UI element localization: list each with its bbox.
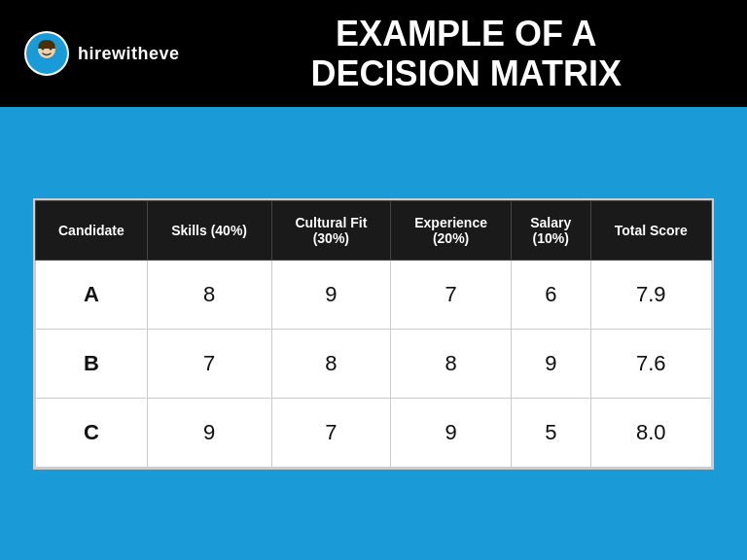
col-header-cultural-fit: Cultural Fit(30%) [271,200,391,260]
cell-total_score: 8.0 [590,398,711,467]
cell-candidate: C [36,398,148,467]
col-header-total-score: Total Score [590,200,711,260]
cell-total_score: 7.6 [590,329,711,398]
content-area: Candidate Skills (40%) Cultural Fit(30%)… [0,107,747,560]
title-line2: DECISION MATRIX [209,53,724,93]
logo-text-bold: eve [149,44,180,63]
cell-salary: 6 [512,260,591,329]
svg-point-3 [50,48,53,51]
cell-salary: 5 [512,398,591,467]
col-header-skills: Skills (40%) [147,200,271,260]
logo-text-normal: hirewith [78,44,149,63]
matrix-table: Candidate Skills (40%) Cultural Fit(30%)… [35,200,712,468]
cell-candidate: B [36,329,148,398]
logo-icon [23,30,70,77]
header: hirewitheve EXAMPLE OF A DECISION MATRIX [0,0,747,107]
title-line1: EXAMPLE OF A [209,14,724,53]
table-row: C97958.0 [36,398,712,467]
cell-experience: 9 [391,398,512,467]
table-header-row: Candidate Skills (40%) Cultural Fit(30%)… [36,200,712,260]
cell-skills: 8 [147,260,271,329]
cell-candidate: A [36,260,148,329]
cell-cultural_fit: 9 [271,260,391,329]
cell-cultural_fit: 8 [271,329,391,398]
cell-experience: 8 [391,329,512,398]
main-title: EXAMPLE OF A DECISION MATRIX [209,14,724,94]
svg-point-2 [42,48,45,51]
cell-skills: 9 [147,398,271,467]
cell-experience: 7 [391,260,512,329]
cell-skills: 7 [147,329,271,398]
logo-area: hirewitheve [23,30,180,77]
col-header-experience: Experience(20%) [391,200,512,260]
table-row: B78897.6 [36,329,712,398]
logo-text: hirewitheve [78,44,180,64]
decision-matrix-table: Candidate Skills (40%) Cultural Fit(30%)… [33,198,714,470]
col-header-candidate: Candidate [36,200,148,260]
col-header-salary: Salary(10%) [512,200,591,260]
title-area: EXAMPLE OF A DECISION MATRIX [209,14,724,94]
cell-cultural_fit: 7 [271,398,391,467]
cell-salary: 9 [512,329,591,398]
cell-total_score: 7.9 [590,260,711,329]
table-row: A89767.9 [36,260,712,329]
